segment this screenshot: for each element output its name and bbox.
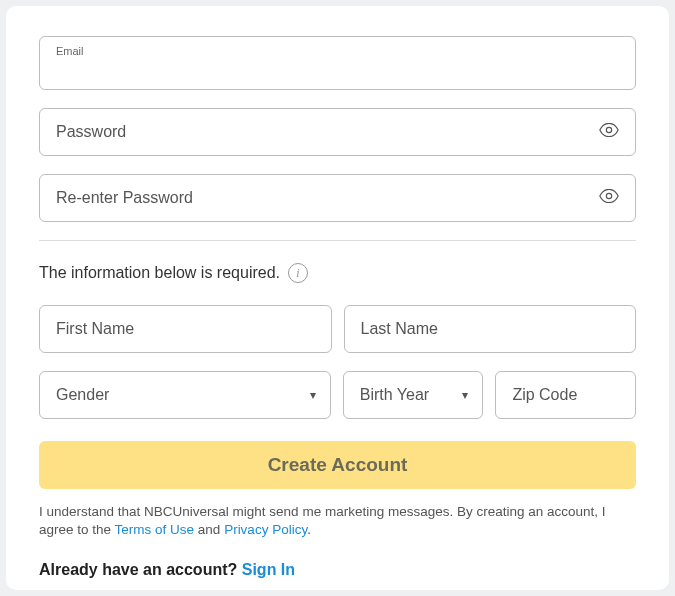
gender-select[interactable]: Gender ▾ — [39, 371, 331, 419]
email-field-wrapper[interactable]: Email — [39, 36, 636, 90]
birth-year-select-label: Birth Year — [344, 372, 483, 418]
eye-icon[interactable] — [599, 189, 619, 207]
signin-row: Already have an account? Sign In — [39, 561, 636, 579]
legal-text: I understand that NBCUniversal might sen… — [39, 503, 636, 539]
privacy-policy-link[interactable]: Privacy Policy — [224, 522, 307, 537]
password-field-wrapper[interactable] — [39, 108, 636, 156]
first-name-field-wrapper[interactable] — [39, 305, 332, 353]
create-account-button[interactable]: Create Account — [39, 441, 636, 489]
email-label: Email — [56, 45, 619, 57]
svg-point-1 — [606, 193, 611, 198]
reenter-password-input[interactable] — [40, 175, 635, 221]
zip-field-wrapper[interactable] — [495, 371, 636, 419]
password-input[interactable] — [40, 109, 635, 155]
legal-and: and — [194, 522, 224, 537]
gender-select-label: Gender — [40, 372, 330, 418]
legal-period: . — [307, 522, 311, 537]
zip-input[interactable] — [496, 372, 635, 418]
eye-icon[interactable] — [599, 123, 619, 141]
signin-prompt: Already have an account? — [39, 561, 242, 578]
last-name-input[interactable] — [345, 306, 636, 352]
info-row: The information below is required. i — [39, 263, 636, 283]
email-input[interactable] — [56, 59, 619, 79]
sign-in-link[interactable]: Sign In — [242, 561, 295, 578]
first-name-input[interactable] — [40, 306, 331, 352]
svg-point-0 — [606, 127, 611, 132]
signup-card: Email The information below is required.… — [6, 6, 669, 590]
last-name-field-wrapper[interactable] — [344, 305, 637, 353]
birth-year-select[interactable]: Birth Year ▾ — [343, 371, 484, 419]
info-text: The information below is required. — [39, 264, 280, 282]
reenter-password-field-wrapper[interactable] — [39, 174, 636, 222]
terms-of-use-link[interactable]: Terms of Use — [115, 522, 195, 537]
info-icon[interactable]: i — [288, 263, 308, 283]
divider — [39, 240, 636, 241]
